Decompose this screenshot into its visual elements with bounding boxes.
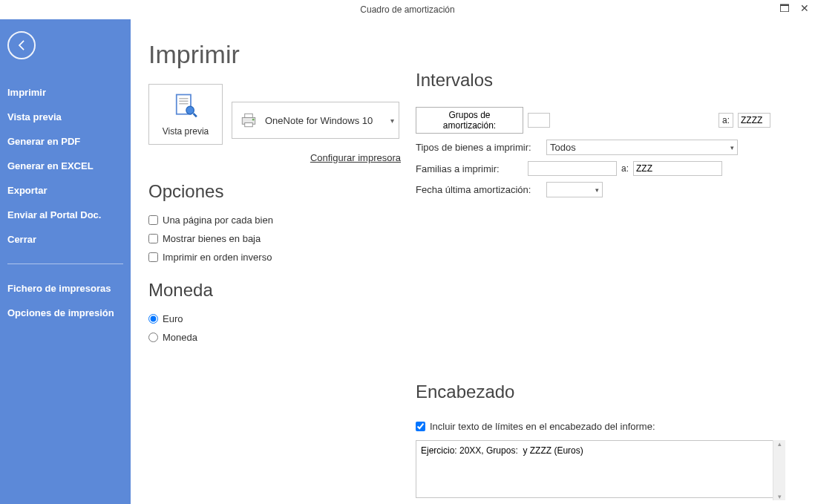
sidebar-item-portal[interactable]: Enviar al Portal Doc. xyxy=(7,203,123,227)
option-reverse-checkbox[interactable] xyxy=(148,252,158,262)
scroll-down-icon[interactable]: ▾ xyxy=(778,493,782,500)
sidebar-item-printers-file[interactable]: Fichero de impresoras xyxy=(7,276,123,301)
window-title: Cuadro de amortización xyxy=(360,4,454,15)
tipos-label: Tipos de bienes a imprimir: xyxy=(416,142,542,153)
currency-moneda-label: Moneda xyxy=(163,332,197,343)
familias-label: Familias a imprimir: xyxy=(416,163,523,174)
page-title: Imprimir xyxy=(148,40,401,69)
option-one-page-checkbox[interactable] xyxy=(148,215,158,225)
sidebar-item-pdf[interactable]: Generar en PDF xyxy=(7,129,123,154)
maximize-icon[interactable]: 🗖 xyxy=(779,3,790,13)
sidebar-item-print-options[interactable]: Opciones de impresión xyxy=(7,301,123,325)
groups-to-input[interactable] xyxy=(738,113,770,128)
arrow-left-icon xyxy=(14,38,29,53)
chevron-down-icon: ▾ xyxy=(730,144,734,151)
options-heading: Opciones xyxy=(148,181,401,202)
fecha-label: Fecha última amortización: xyxy=(416,184,542,195)
scroll-up-icon[interactable]: ▴ xyxy=(778,440,782,448)
printer-dropdown[interactable]: OneNote for Windows 10 ▾ xyxy=(232,102,399,139)
familias-from-input[interactable] xyxy=(528,161,617,176)
svg-rect-8 xyxy=(245,123,253,127)
option-reverse-label: Imprimir en orden inverso xyxy=(163,252,272,263)
sidebar-item-preview[interactable]: Vista previa xyxy=(7,105,123,129)
fecha-select[interactable]: ▾ xyxy=(546,182,603,197)
svg-rect-7 xyxy=(245,114,253,117)
close-icon[interactable]: ✕ xyxy=(800,3,809,13)
currency-heading: Moneda xyxy=(148,280,401,301)
sidebar-item-close[interactable]: Cerrar xyxy=(7,227,123,252)
chevron-down-icon: ▾ xyxy=(390,117,394,125)
scrollbar[interactable]: ▴ ▾ xyxy=(773,440,785,500)
familias-to-input[interactable] xyxy=(633,161,722,176)
groups-button[interactable]: Grupos de amortización: xyxy=(416,107,523,134)
preview-button-label: Vista previa xyxy=(163,126,209,137)
configure-printer-link[interactable]: Configurar impresora xyxy=(148,152,401,163)
printer-icon xyxy=(238,110,259,131)
option-one-page-label: Una página por cada bien xyxy=(163,215,273,226)
document-magnify-icon xyxy=(170,92,201,123)
preview-button[interactable]: Vista previa xyxy=(148,84,223,145)
titlebar: Cuadro de amortización 🗖 ✕ xyxy=(0,0,815,19)
header-textarea[interactable] xyxy=(416,440,785,498)
sidebar: Imprimir Vista previa Generar en PDF Gen… xyxy=(0,19,131,504)
currency-euro-label: Euro xyxy=(163,313,183,324)
option-show-low-label: Mostrar bienes en baja xyxy=(163,233,261,244)
groups-from-input[interactable] xyxy=(528,113,550,128)
familias-a-label: a: xyxy=(621,163,629,174)
intervals-heading: Intervalos xyxy=(416,70,797,91)
back-button[interactable] xyxy=(7,31,36,59)
main-panel: Imprimir Vista previa xyxy=(131,19,815,504)
svg-point-9 xyxy=(252,119,255,121)
include-limits-label: Incluir texto de límites en el encabezad… xyxy=(430,421,655,432)
printer-name: OneNote for Windows 10 xyxy=(265,115,373,126)
groups-a-label: a: xyxy=(719,113,733,128)
option-show-low-checkbox[interactable] xyxy=(148,234,158,243)
currency-moneda-radio[interactable] xyxy=(148,333,158,342)
tipos-value: Todos xyxy=(550,142,576,153)
header-heading: Encabezado xyxy=(416,382,797,402)
sidebar-divider xyxy=(7,264,123,264)
sidebar-item-excel[interactable]: Generar en EXCEL xyxy=(7,154,123,178)
chevron-down-icon: ▾ xyxy=(595,186,599,194)
svg-point-4 xyxy=(186,106,194,114)
include-limits-checkbox[interactable] xyxy=(416,422,425,431)
sidebar-item-export[interactable]: Exportar xyxy=(7,178,123,203)
currency-euro-radio[interactable] xyxy=(148,314,158,324)
sidebar-item-print[interactable]: Imprimir xyxy=(7,80,123,105)
tipos-select[interactable]: Todos ▾ xyxy=(546,140,738,155)
svg-line-5 xyxy=(194,114,197,117)
